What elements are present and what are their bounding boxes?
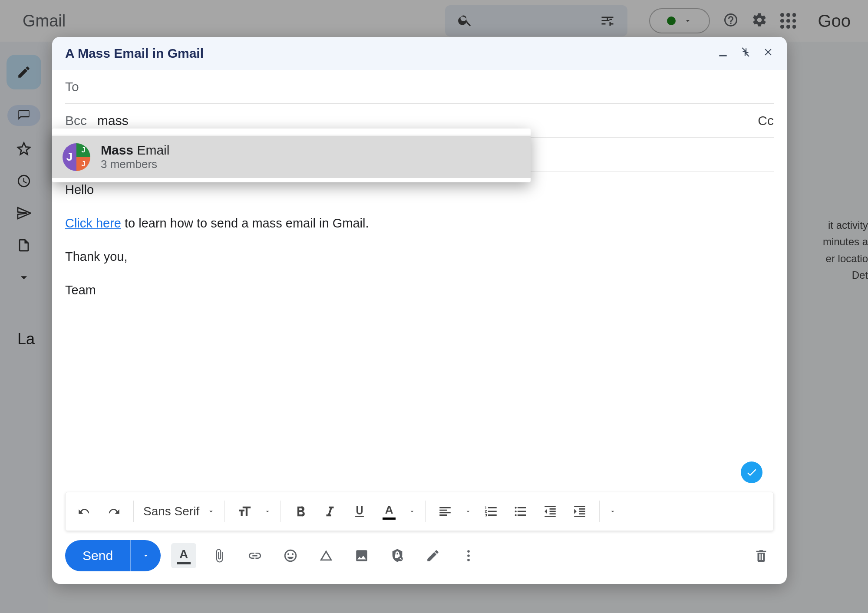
emoji-icon[interactable] [278, 543, 303, 568]
cc-toggle[interactable]: Cc [758, 113, 774, 128]
link-icon[interactable] [242, 543, 267, 568]
body-line[interactable]: Thank you, [65, 247, 774, 267]
bcc-label: Bcc [65, 113, 87, 128]
undo-button[interactable] [74, 498, 94, 524]
bold-button[interactable] [290, 498, 310, 524]
body-text[interactable]: to learn how to send a mass email in Gma… [121, 216, 369, 230]
close-icon[interactable] [762, 46, 774, 61]
compose-action-bar: Send A [52, 536, 787, 584]
more-options-icon[interactable] [456, 543, 481, 568]
caret-down-icon[interactable] [465, 508, 472, 515]
to-input[interactable] [89, 79, 774, 94]
body-line[interactable]: Hello [65, 180, 774, 200]
formatting-toggle-button[interactable]: A [171, 543, 196, 568]
svg-rect-0 [719, 55, 726, 56]
group-avatar-icon: J J J [63, 143, 90, 171]
compose-window: A Mass Email in Gmail To Bcc Cc A Ma Hel… [52, 37, 787, 584]
font-name: Sans Serif [143, 504, 199, 518]
spellcheck-badge[interactable] [741, 461, 762, 483]
svg-point-4 [467, 559, 470, 561]
indent-less-button[interactable] [540, 498, 560, 524]
caret-down-icon [207, 508, 215, 515]
compose-title: A Mass Email in Gmail [65, 46, 204, 61]
suggestion-subtitle: 3 members [101, 158, 169, 171]
to-label: To [65, 79, 79, 94]
compose-body[interactable]: Hello Click here to learn how to send a … [52, 171, 787, 492]
signature-icon[interactable] [420, 543, 446, 568]
caret-down-icon[interactable] [264, 508, 271, 515]
attach-icon[interactable] [207, 543, 232, 568]
svg-point-3 [467, 554, 470, 557]
separator [599, 501, 600, 522]
caret-down-icon[interactable] [409, 508, 416, 515]
drive-icon[interactable] [314, 543, 339, 568]
minimize-icon[interactable] [717, 46, 729, 61]
separator [133, 501, 134, 522]
compose-titlebar[interactable]: A Mass Email in Gmail [52, 37, 787, 70]
send-more-icon[interactable] [130, 540, 161, 571]
font-size-button[interactable] [234, 498, 254, 524]
numbered-list-button[interactable] [481, 498, 501, 524]
image-icon[interactable] [349, 543, 374, 568]
svg-point-2 [467, 550, 470, 553]
redo-button[interactable] [104, 498, 124, 524]
confidential-icon[interactable] [385, 543, 410, 568]
send-label[interactable]: Send [65, 540, 130, 571]
separator [224, 501, 225, 522]
to-row[interactable]: To [65, 70, 774, 104]
more-formatting-icon[interactable] [609, 508, 616, 515]
separator [281, 501, 281, 522]
body-line[interactable]: Click here to learn how to send a mass e… [65, 214, 774, 233]
exit-fullscreen-icon[interactable] [740, 46, 751, 61]
align-button[interactable] [435, 498, 455, 524]
body-link[interactable]: Click here [65, 216, 121, 230]
separator [425, 501, 426, 522]
underline-button[interactable] [350, 498, 370, 524]
suggestion-title: Mass Email [101, 143, 169, 158]
formatting-toolbar: Sans Serif A [65, 492, 774, 531]
discard-draft-icon[interactable] [749, 543, 774, 568]
contact-suggestion-item[interactable]: J J J Mass Email 3 members [52, 136, 531, 178]
bulleted-list-button[interactable] [511, 498, 531, 524]
body-line[interactable]: Team [65, 280, 774, 300]
send-button[interactable]: Send [65, 540, 161, 571]
indent-more-button[interactable] [570, 498, 590, 524]
italic-button[interactable] [320, 498, 340, 524]
bcc-input[interactable] [97, 113, 774, 128]
contact-suggestion-dropdown: J J J Mass Email 3 members [52, 129, 531, 182]
text-color-button[interactable]: A [379, 498, 399, 524]
font-selector[interactable]: Sans Serif [143, 504, 215, 518]
